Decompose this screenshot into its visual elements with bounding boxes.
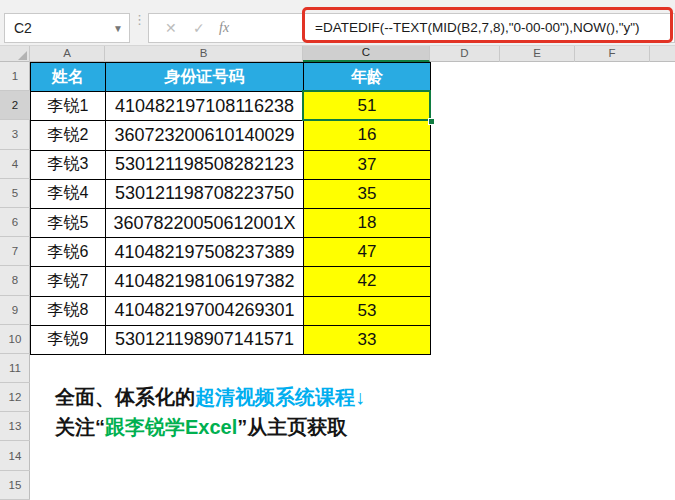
age-cell[interactable]: 51 [304,92,431,121]
select-all-triangle-icon [18,51,27,60]
row-header-5[interactable]: 5 [0,179,30,208]
formula-bar[interactable]: ✕ ✓ fx =DATEDIF(--TEXT(MID(B2,7,8),"0-00… [148,13,675,43]
name-box[interactable]: C2 ▼ [4,13,130,43]
row-header-11[interactable]: 11 [0,354,30,383]
header-age[interactable]: 年龄 [304,63,431,92]
name-cell[interactable]: 李锐3 [31,150,106,179]
separator-dots-icon: ⋮ [133,15,143,41]
row-header-13[interactable]: 13 [0,412,30,441]
row-header-10[interactable]: 10 [0,325,30,354]
id-cell[interactable]: 410482197108116238 [106,92,304,121]
row-header-1[interactable]: 1 [0,62,30,91]
promo-line1-black-text: 全面、体系化的 [55,386,195,408]
column-header-e[interactable]: E [500,46,575,62]
name-cell[interactable]: 李锐9 [31,325,106,354]
name-cell[interactable]: 李锐8 [31,296,106,325]
age-cell[interactable]: 47 [304,238,431,267]
name-cell[interactable]: 李锐5 [31,208,106,237]
name-cell[interactable]: 李锐1 [31,92,106,121]
id-cell[interactable]: 410482197004269301 [106,296,304,325]
select-all-button[interactable] [0,46,30,62]
table-row: 李锐5 36078220050612001X 18 [31,208,431,237]
age-cell[interactable]: 18 [304,208,431,237]
promo-line-2[interactable]: 关注“跟李锐学Excel”从主页获取 [55,413,347,442]
age-cell[interactable]: 35 [304,179,431,208]
table-row: 李锐1 410482197108116238 51 [31,92,431,121]
column-header-f[interactable]: F [575,46,650,62]
promo-line2-prefix-text: 关注“ [55,416,105,438]
table-row: 李锐2 360723200610140029 16 [31,121,431,150]
age-cell[interactable]: 37 [304,150,431,179]
column-header-strip: A B C D E F [0,46,675,62]
formula-input[interactable]: =DATEDIF(--TEXT(MID(B2,7,8),"0-00-00"),N… [315,14,640,42]
promo-line2-green-text: 跟李锐学Excel [105,416,237,438]
header-name[interactable]: 姓名 [31,63,106,92]
id-cell[interactable]: 530121198708223750 [106,179,304,208]
name-cell[interactable]: 李锐7 [31,267,106,296]
table-row: 李锐9 530121198907141571 33 [31,325,431,354]
age-cell[interactable]: 42 [304,267,431,296]
name-cell[interactable]: 李锐4 [31,179,106,208]
name-box-value: C2 [5,20,107,36]
table-row: 李锐3 530121198508282123 37 [31,150,431,179]
row-header-2[interactable]: 2 [0,91,30,120]
promo-line-1[interactable]: 全面、体系化的超清视频系统课程↓ [55,383,365,412]
id-cell[interactable]: 410482197508237389 [106,238,304,267]
table-row: 李锐4 530121198708223750 35 [31,179,431,208]
promo-line1-blue-text: 超清视频系统课程↓ [195,386,365,408]
column-header-b[interactable]: B [105,46,303,62]
data-table: 姓名 身份证号码 年龄 李锐1 410482197108116238 51 李锐… [30,62,431,355]
id-cell[interactable]: 530121198508282123 [106,150,304,179]
row-header-8[interactable]: 8 [0,266,30,295]
fill-handle[interactable] [428,118,435,125]
id-cell[interactable]: 410482198106197382 [106,267,304,296]
id-cell[interactable]: 360723200610140029 [106,121,304,150]
age-cell[interactable]: 33 [304,325,431,354]
row-header-12[interactable]: 12 [0,383,30,412]
name-box-dropdown-icon[interactable]: ▼ [107,23,129,34]
header-id[interactable]: 身份证号码 [106,63,304,92]
column-header-d[interactable]: D [430,46,500,62]
row-header-6[interactable]: 6 [0,208,30,237]
id-cell[interactable]: 530121198907141571 [106,325,304,354]
row-header-3[interactable]: 3 [0,120,30,149]
table-row: 李锐8 410482197004269301 53 [31,296,431,325]
id-cell[interactable]: 36078220050612001X [106,208,304,237]
age-cell[interactable]: 53 [304,296,431,325]
table-row: 李锐7 410482198106197382 42 [31,267,431,296]
row-header-15[interactable]: 15 [0,471,30,500]
age-cell[interactable]: 16 [304,121,431,150]
enter-icon[interactable]: ✓ [193,20,205,36]
formula-bar-strip: C2 ▼ ⋮ ✕ ✓ fx =DATEDIF(--TEXT(MID(B2,7,8… [0,0,675,46]
row-header-7[interactable]: 7 [0,237,30,266]
column-header-c[interactable]: C [303,46,430,62]
row-header-strip: 1 2 3 4 5 6 7 8 9 10 11 12 13 14 15 [0,62,30,500]
table-row: 李锐6 410482197508237389 47 [31,238,431,267]
insert-function-icon[interactable]: fx [219,20,229,36]
row-header-4[interactable]: 4 [0,150,30,179]
row-header-9[interactable]: 9 [0,296,30,325]
table-header-row: 姓名 身份证号码 年龄 [31,63,431,92]
column-header-a[interactable]: A [30,46,105,62]
row-header-14[interactable]: 14 [0,441,30,470]
cancel-icon[interactable]: ✕ [165,20,177,36]
promo-line2-suffix-text: ”从主页获取 [237,416,347,438]
name-cell[interactable]: 李锐6 [31,238,106,267]
name-cell[interactable]: 李锐2 [31,121,106,150]
